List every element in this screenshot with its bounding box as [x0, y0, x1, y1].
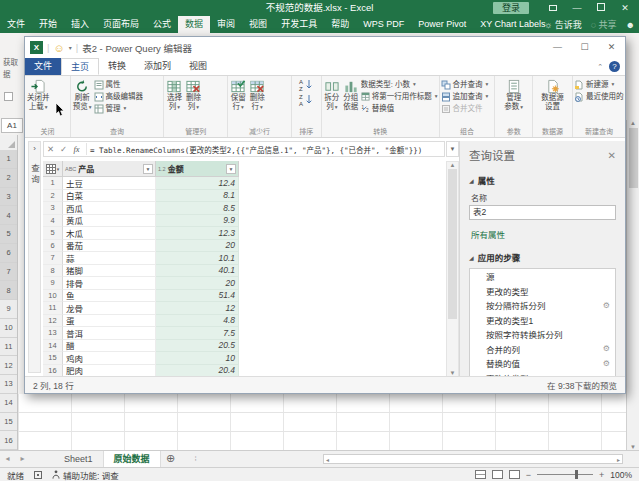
combine-files-button[interactable]: 合并文件	[441, 103, 489, 114]
pq-ribbon-tab[interactable]: 主页	[61, 58, 99, 75]
zoom-in-icon[interactable]: +	[599, 470, 604, 480]
manage-parameters-button[interactable]: 管理 参数▾	[503, 78, 524, 112]
help-icon[interactable]: ?	[609, 61, 620, 72]
sheet-tab[interactable]: 原始数据	[104, 451, 161, 467]
row-header[interactable]: 8	[0, 281, 17, 300]
name-box[interactable]: A1	[1, 118, 23, 133]
product-cell[interactable]: 白菜	[63, 190, 156, 203]
product-cell[interactable]: 鱼	[63, 290, 156, 303]
data-source-settings-button[interactable]: 数据源 设置	[540, 78, 565, 112]
row-header[interactable]: 1	[0, 150, 17, 169]
advanced-editor-button[interactable]: 高级编辑器	[94, 91, 144, 102]
sheet-tab[interactable]: Sheet1	[54, 451, 104, 467]
applied-step[interactable]: ✕ 替换的值 ⚙	[470, 356, 615, 371]
scroll-left-icon[interactable]: ◂	[326, 456, 329, 463]
pq-minimize-button[interactable]: —	[544, 37, 571, 58]
amount-cell[interactable]: 10	[156, 352, 239, 365]
expand-queries-icon[interactable]: ›	[33, 142, 36, 156]
excel-worksheet-grid[interactable]	[18, 394, 626, 450]
pq-ribbon-tab[interactable]: 添加列	[135, 58, 180, 75]
normal-view-icon[interactable]	[475, 470, 486, 479]
row-header[interactable]: 10	[0, 319, 17, 338]
row-number[interactable]: 6	[43, 240, 63, 253]
remove-columns-button[interactable]: 删除 列▾	[184, 78, 202, 112]
recent-sources-button[interactable]: 最近使用的源▾	[574, 91, 624, 102]
formula-bar[interactable]: ✕ ✓ fx = Table.RenameColumns(更改的类型2,{{"产…	[43, 141, 445, 157]
keep-rows-button[interactable]: 保留 行▾	[229, 78, 247, 112]
merge-queries-button[interactable]: 合并查询▾	[441, 79, 489, 90]
row-header[interactable]: 7	[0, 263, 17, 282]
manage-button[interactable]: 管理▾	[94, 103, 144, 114]
page-break-view-icon[interactable]	[509, 470, 520, 479]
product-cell[interactable]: 普洱	[63, 327, 156, 340]
column-header-amount[interactable]: 1.2 金额 ▼	[156, 161, 239, 177]
qat-smiley-icon[interactable]: ☺	[53, 42, 64, 54]
split-column-button[interactable]: 拆分 列▾	[323, 78, 341, 112]
sort-descending-icon[interactable]: ZA	[298, 93, 314, 106]
sort-ascending-icon[interactable]: AZ	[298, 78, 314, 91]
row-header[interactable]: 3	[0, 188, 17, 207]
minimize-button[interactable]: —	[565, 0, 589, 16]
amount-cell[interactable]: 8.1	[156, 190, 239, 203]
amount-cell[interactable]: 12.4	[156, 177, 239, 190]
applied-step[interactable]: ✕ 更改的类型 ⚙	[470, 284, 615, 299]
product-cell[interactable]: 蛋	[63, 315, 156, 328]
row-header[interactable]: 15	[0, 413, 17, 432]
amount-cell[interactable]: 12.3	[156, 227, 239, 240]
accessibility-status[interactable]: 辅助功能: 调查	[52, 469, 119, 481]
product-cell[interactable]: 鸡肉	[63, 352, 156, 365]
pq-ribbon-tab[interactable]: 转换	[99, 58, 135, 75]
row-number[interactable]: 15	[43, 352, 63, 365]
excel-ribbon-tab[interactable]: 开始	[32, 16, 64, 33]
share-item[interactable]: ◌ 共享	[591, 18, 617, 31]
amount-cell[interactable]: 4.8	[156, 315, 239, 328]
product-cell[interactable]: 木瓜	[63, 227, 156, 240]
sheet-prev-icon[interactable]: ◂	[0, 451, 15, 467]
pq-ribbon-tab[interactable]: 文件	[25, 58, 61, 75]
step-settings-gear-icon[interactable]: ⚙	[603, 359, 610, 368]
row-header[interactable]: 2	[0, 169, 17, 188]
row-number[interactable]: 9	[43, 277, 63, 290]
properties-button[interactable]: 属性	[94, 79, 144, 90]
scrollbar-thumb[interactable]	[629, 128, 638, 188]
amount-cell[interactable]: 12	[156, 302, 239, 315]
excel-ribbon-tab[interactable]: 帮助	[324, 16, 356, 33]
filter-icon[interactable]: ▼	[226, 164, 236, 174]
macro-record-icon[interactable]	[34, 471, 42, 479]
applied-steps-section-header[interactable]: ◢ 应用的步骤	[469, 251, 616, 263]
amount-cell[interactable]: 40.1	[156, 265, 239, 278]
excel-vertical-scrollbar[interactable]: ▲ ▼	[626, 120, 639, 450]
applied-step[interactable]: ✕ 更改的类型1 ⚙	[470, 313, 615, 328]
pq-maximize-button[interactable]: ☐	[571, 37, 598, 58]
table-menu-button[interactable]: ▾	[43, 161, 63, 177]
properties-section-header[interactable]: ◢ 属性	[469, 174, 616, 186]
grid-vertical-scrollbar[interactable]: ▲ ▼	[446, 161, 459, 377]
product-cell[interactable]: 龙骨	[63, 302, 156, 315]
tell-me-item[interactable]: ☼ 告诉我	[544, 18, 582, 31]
row-header[interactable]: 11	[0, 338, 17, 357]
row-number[interactable]: 13	[43, 327, 63, 340]
new-source-button[interactable]: 新建源▾	[574, 79, 624, 90]
scroll-right-icon[interactable]: ▸	[617, 456, 620, 463]
scrollbar-thumb[interactable]	[448, 169, 457, 319]
qat-dropdown-icon[interactable]: ▾	[69, 44, 72, 51]
row-header[interactable]: 13	[0, 375, 17, 394]
remove-rows-button[interactable]: 删除 行▾	[248, 78, 266, 112]
all-properties-link[interactable]: 所有属性	[471, 228, 616, 240]
page-layout-view-icon[interactable]	[492, 470, 503, 479]
row-header[interactable]: 9	[0, 300, 17, 319]
sheet-next-icon[interactable]: ▸	[15, 451, 30, 467]
query-name-input[interactable]: 表2	[469, 205, 616, 220]
amount-cell[interactable]: 10.1	[156, 252, 239, 265]
use-first-row-as-headers-button[interactable]: 将第一行用作标题▾	[361, 91, 438, 102]
product-cell[interactable]: 醋	[63, 340, 156, 353]
pq-close-button[interactable]: ✕	[598, 37, 625, 58]
amount-cell[interactable]: 51.4	[156, 290, 239, 303]
excel-ribbon-tab[interactable]: 文件	[0, 16, 32, 33]
excel-ribbon-tab[interactable]: 公式	[146, 16, 178, 33]
row-number[interactable]: 7	[43, 252, 63, 265]
formula-cancel-icon[interactable]: ✕	[44, 144, 57, 154]
row-header[interactable]: 4	[0, 206, 17, 225]
applied-step[interactable]: ✕ 源 ⚙	[470, 269, 615, 284]
row-header[interactable]: 6	[0, 244, 17, 263]
